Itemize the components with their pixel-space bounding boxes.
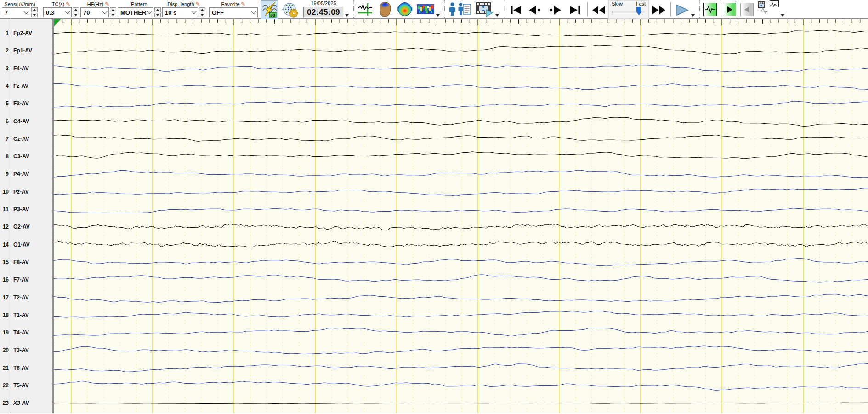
sensitivity-down-button[interactable] (31, 13, 38, 18)
pattern-down-button[interactable] (154, 13, 161, 18)
record-time-display[interactable]: 02:45:09 (303, 7, 344, 18)
head-3d-map-button[interactable] (377, 0, 393, 18)
edit-pencil-icon[interactable]: ✎ (105, 2, 109, 6)
patient-record-button[interactable] (458, 0, 471, 18)
channel-label: P4-AV (13, 170, 29, 178)
channel-row[interactable]: 8C3-AV (0, 152, 29, 161)
edit-pencil-icon[interactable]: ✎ (66, 2, 70, 6)
chevron-down-icon (147, 9, 152, 14)
channel-label: C3-AV (13, 152, 29, 161)
trace-area[interactable] (54, 19, 868, 413)
channel-row[interactable]: 2Fp1-AV (0, 46, 32, 55)
pattern-combobox[interactable]: MOTHER (118, 7, 153, 17)
display-length-up-button[interactable] (199, 7, 205, 12)
fast-forward-button[interactable] (652, 5, 666, 15)
channel-label: T2-AV (13, 293, 29, 302)
hf-up-button[interactable] (110, 7, 116, 12)
skip-to-start-button[interactable] (510, 5, 522, 15)
topography-map-button[interactable] (396, 0, 414, 18)
channel-row[interactable]: 1Fp2-AV (0, 29, 32, 37)
eeg-trace (54, 381, 868, 391)
channel-row[interactable]: 6C4-AV (0, 117, 29, 126)
edit-pencil-icon[interactable]: ✎ (241, 2, 245, 6)
play-dropdown-arrow[interactable] (691, 14, 695, 17)
tc-up-button[interactable] (73, 7, 79, 12)
back-segment-button[interactable] (740, 3, 754, 16)
channel-row[interactable]: 17T2-AV (0, 293, 29, 302)
next-event-button[interactable] (548, 5, 562, 15)
edit-pencil-icon[interactable]: ✎ (196, 2, 200, 6)
eeg-trace (54, 241, 868, 247)
video-clip-cut-button[interactable]: ✂ (758, 0, 780, 18)
tc-combobox[interactable]: 0.3 (43, 7, 72, 17)
hf-label: HF(Hz) (87, 1, 103, 7)
spectrogram-dsa-button[interactable] (416, 0, 435, 18)
eeg-trace (54, 30, 868, 37)
channel-label: Fp1-AV (13, 46, 32, 55)
sensitivity-up-button[interactable] (31, 7, 38, 12)
time-dropdown-arrow[interactable] (345, 14, 349, 17)
channel-row[interactable]: 20T3-AV (0, 346, 29, 354)
channel-label: F8-AV (13, 258, 29, 266)
channel-number: 2 (0, 46, 9, 55)
display-length-combobox[interactable]: 10 s (162, 7, 198, 17)
display-length-down-button[interactable] (199, 13, 205, 18)
hf-combobox[interactable]: 70 (80, 7, 109, 17)
person-document-icon (458, 2, 471, 16)
notch-filter-50hz-button[interactable]: 50 (261, 0, 278, 19)
favorite-combobox[interactable]: OFF (209, 7, 258, 17)
play-icon (675, 4, 689, 16)
tc-label: TC(s) (52, 1, 65, 7)
channel-row[interactable]: 10Pz-AV (0, 188, 29, 196)
sensitivity-combobox[interactable]: 7 (2, 7, 30, 17)
play-button[interactable] (675, 4, 689, 16)
map-dropdown-arrow[interactable] (436, 14, 440, 17)
channel-row[interactable]: 3F4-AV (0, 64, 29, 73)
channel-row[interactable]: 14O1-AV (0, 241, 30, 249)
channel-number: 21 (0, 364, 9, 372)
channel-row[interactable]: 18T1-AV (0, 311, 29, 319)
video-playback-button[interactable] (475, 0, 494, 18)
channel-row[interactable]: 11P3-AV (0, 205, 29, 213)
channel-number: 7 (0, 135, 9, 143)
pattern-up-button[interactable] (154, 7, 161, 12)
clip-dropdown-arrow[interactable] (781, 14, 784, 17)
channel-row[interactable]: 19T4-AV (0, 328, 29, 337)
channel-row[interactable]: 9P4-AV (0, 170, 29, 178)
eeg-trace (54, 259, 868, 266)
display-length-group: Disp. length✎ 10 s (162, 0, 205, 17)
prev-event-button[interactable] (528, 5, 542, 15)
channel-row[interactable]: 23X3-AV (0, 399, 29, 407)
channel-label: O2-AV (13, 223, 30, 231)
slider-thumb[interactable] (636, 7, 641, 15)
channel-label: Pz-AV (13, 188, 29, 196)
rewind-button[interactable] (591, 5, 606, 15)
patient-button[interactable] (448, 0, 456, 18)
hf-down-button[interactable] (110, 13, 116, 18)
speed-slider[interactable]: Slow Fast (608, 0, 649, 19)
electrode-map-settings-button[interactable] (281, 0, 299, 19)
separator (444, 0, 445, 18)
play-segment-button[interactable] (723, 3, 736, 16)
channel-row[interactable]: 16F7-AV (0, 276, 29, 284)
waveform-review-button[interactable] (703, 3, 717, 16)
spike-detect-button[interactable] (357, 0, 373, 18)
channel-number: 23 (0, 399, 9, 407)
channel-number: 22 (0, 381, 9, 390)
channel-row[interactable]: 7Cz-AV (0, 135, 29, 143)
eeg-traces-canvas[interactable] (54, 19, 868, 413)
next-event-icon (548, 5, 562, 15)
electrode-map-gear-icon (282, 1, 298, 18)
channel-row[interactable]: 15F8-AV (0, 258, 29, 266)
tc-down-button[interactable] (73, 13, 79, 18)
eeg-trace (54, 170, 868, 178)
channel-row[interactable]: 22T5-AV (0, 381, 29, 390)
video-dropdown-arrow[interactable] (495, 14, 499, 17)
channel-row[interactable]: 21T6-AV (0, 364, 29, 372)
channel-row[interactable]: 12O2-AV (0, 223, 30, 231)
skip-to-end-button[interactable] (568, 5, 581, 15)
channel-label: F4-AV (13, 64, 29, 73)
channel-row[interactable]: 4Fz-AV (0, 82, 28, 90)
eeg-trace (54, 346, 868, 354)
channel-row[interactable]: 5F3-AV (0, 99, 29, 108)
